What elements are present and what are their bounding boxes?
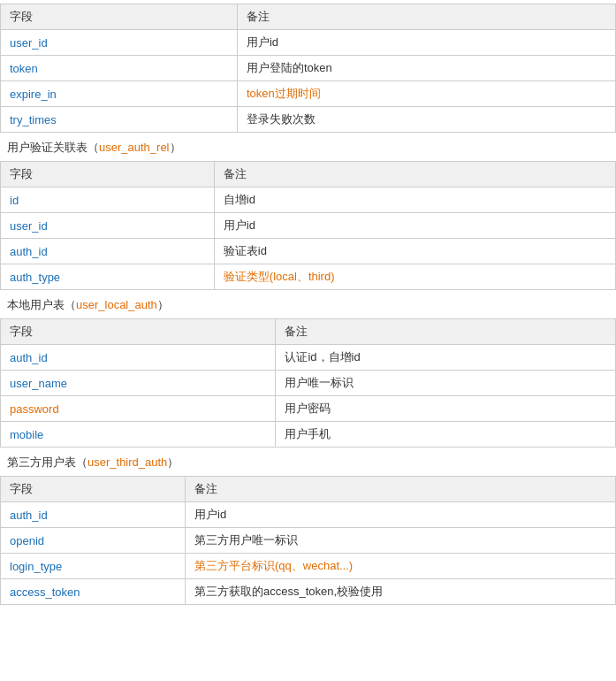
section-title-3: 本地用户表（user_local_auth） bbox=[0, 292, 616, 318]
col-header-note: 备注 bbox=[214, 162, 615, 187]
table-2-body: id 自增id user_id 用户id auth_id 验证表id auth_… bbox=[1, 187, 616, 290]
table-1: 字段 备注 user_id 用户id token 用户登陆的token expi… bbox=[0, 4, 616, 133]
table-row: auth_id 验证表id bbox=[1, 239, 616, 264]
field-cell: mobile bbox=[1, 422, 276, 448]
field-cell: id bbox=[1, 187, 215, 213]
table-row: id 自增id bbox=[1, 187, 616, 213]
table-row: try_times 登录失败次数 bbox=[1, 107, 616, 133]
table-block-3: 本地用户表（user_local_auth） 字段 备注 auth_id 认证i… bbox=[0, 292, 616, 448]
table-row: expire_in token过期时间 bbox=[1, 81, 616, 107]
note-cell: 用户id bbox=[186, 502, 616, 528]
title-prefix: 第三方用户表（ bbox=[7, 455, 87, 469]
field-cell: auth_type bbox=[1, 264, 215, 290]
field-cell: auth_id bbox=[1, 239, 215, 264]
title-suffix: ） bbox=[157, 298, 169, 311]
table-3: 字段 备注 auth_id 认证id，自增id user_name 用户唯一标识… bbox=[0, 318, 616, 448]
table-row: user_name 用户唯一标识 bbox=[1, 371, 616, 396]
table-row: user_id 用户id bbox=[1, 30, 616, 56]
field-cell: token bbox=[1, 56, 238, 81]
note-cell: 用户密码 bbox=[276, 396, 616, 422]
table-row: password 用户密码 bbox=[1, 396, 616, 422]
table-row: auth_id 认证id，自增id bbox=[1, 345, 616, 371]
section-title-4: 第三方用户表（user_third_auth） bbox=[0, 449, 616, 476]
note-cell: 验证类型(local、third) bbox=[214, 264, 615, 290]
title-name: user_auth_rel bbox=[99, 141, 170, 154]
field-cell: auth_id bbox=[1, 502, 186, 528]
note-cell: 用户登陆的token bbox=[237, 56, 615, 81]
col-header-field: 字段 bbox=[1, 477, 186, 502]
col-header-field: 字段 bbox=[1, 162, 215, 187]
table-row: access_token 第三方获取的access_token,校验使用 bbox=[1, 579, 616, 605]
field-cell: expire_in bbox=[1, 81, 238, 107]
col-header-note: 备注 bbox=[276, 319, 616, 345]
table-3-body: auth_id 认证id，自增id user_name 用户唯一标识 passw… bbox=[1, 345, 616, 448]
title-suffix: ） bbox=[167, 455, 179, 469]
field-cell: user_id bbox=[1, 30, 238, 56]
table-2: 字段 备注 id 自增id user_id 用户id auth_id 验证表id bbox=[0, 161, 616, 290]
note-cell: 用户id bbox=[237, 30, 615, 56]
col-header-note: 备注 bbox=[237, 4, 615, 30]
col-header-note: 备注 bbox=[186, 477, 616, 502]
table-block-2: 用户验证关联表（user_auth_rel） 字段 备注 id 自增id use… bbox=[0, 134, 616, 290]
table-row: login_type 第三方平台标识(qq、wechat...) bbox=[1, 554, 616, 579]
table-3-header: 字段 备注 bbox=[1, 319, 616, 345]
note-cell: 自增id bbox=[214, 187, 615, 213]
note-cell: 第三方用户唯一标识 bbox=[186, 528, 616, 554]
col-header-field: 字段 bbox=[1, 4, 238, 30]
field-cell: openid bbox=[1, 528, 186, 554]
field-cell: login_type bbox=[1, 554, 186, 579]
col-header-field: 字段 bbox=[1, 319, 276, 345]
note-cell: 第三方平台标识(qq、wechat...) bbox=[186, 554, 616, 579]
table-row: auth_id 用户id bbox=[1, 502, 616, 528]
note-cell: 第三方获取的access_token,校验使用 bbox=[186, 579, 616, 605]
section-title-2: 用户验证关联表（user_auth_rel） bbox=[0, 134, 616, 161]
title-name: user_third_auth bbox=[87, 455, 167, 469]
note-cell: token过期时间 bbox=[237, 81, 615, 107]
field-cell: try_times bbox=[1, 107, 238, 133]
table-block-4: 第三方用户表（user_third_auth） 字段 备注 auth_id 用户… bbox=[0, 449, 616, 605]
table-row: auth_type 验证类型(local、third) bbox=[1, 264, 616, 290]
main-content: 字段 备注 user_id 用户id token 用户登陆的token expi… bbox=[0, 0, 616, 610]
table-4: 字段 备注 auth_id 用户id openid 第三方用户唯一标识 logi… bbox=[0, 476, 616, 605]
note-cell: 用户手机 bbox=[276, 422, 616, 448]
field-cell: auth_id bbox=[1, 345, 276, 371]
note-cell: 认证id，自增id bbox=[276, 345, 616, 371]
title-prefix: 用户验证关联表（ bbox=[7, 141, 99, 154]
field-cell: access_token bbox=[1, 579, 186, 605]
table-row: token 用户登陆的token bbox=[1, 56, 616, 81]
note-cell: 用户id bbox=[214, 213, 615, 239]
table-row: user_id 用户id bbox=[1, 213, 616, 239]
table-1-body: user_id 用户id token 用户登陆的token expire_in … bbox=[1, 30, 616, 133]
field-cell: user_name bbox=[1, 371, 276, 396]
table-row: mobile 用户手机 bbox=[1, 422, 616, 448]
table-1-header: 字段 备注 bbox=[1, 4, 616, 30]
field-cell: user_id bbox=[1, 213, 215, 239]
table-block-1: 字段 备注 user_id 用户id token 用户登陆的token expi… bbox=[0, 4, 616, 133]
note-cell: 用户唯一标识 bbox=[276, 371, 616, 396]
note-cell: 登录失败次数 bbox=[237, 107, 615, 133]
title-name: user_local_auth bbox=[76, 298, 157, 311]
note-cell: 验证表id bbox=[214, 239, 615, 264]
table-row: openid 第三方用户唯一标识 bbox=[1, 528, 616, 554]
table-4-body: auth_id 用户id openid 第三方用户唯一标识 login_type… bbox=[1, 502, 616, 605]
title-prefix: 本地用户表（ bbox=[7, 298, 76, 311]
table-4-header: 字段 备注 bbox=[1, 477, 616, 502]
field-cell: password bbox=[1, 396, 276, 422]
title-suffix: ） bbox=[170, 141, 181, 154]
table-2-header: 字段 备注 bbox=[1, 162, 616, 187]
